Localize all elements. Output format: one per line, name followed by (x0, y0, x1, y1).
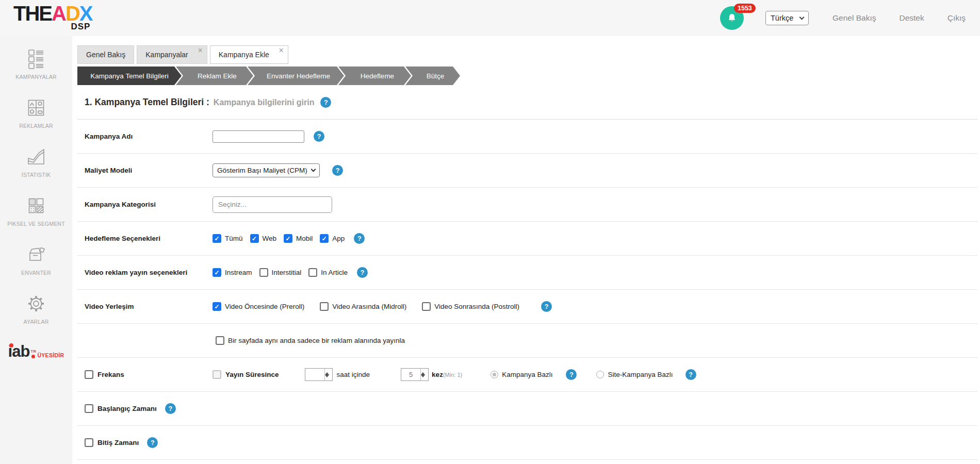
chevron-down-icon (311, 167, 316, 172)
main-content: Genel Bakış Kampanyalar × Kampanya Ekle … (72, 36, 980, 464)
logo-wordmark: THEADX (13, 4, 92, 23)
iab-wordmark: iab (8, 345, 30, 358)
times-stepper[interactable]: 5 (401, 368, 429, 381)
help-icon[interactable]: ? (320, 97, 331, 108)
menu-genel-bakis[interactable]: Genel Bakış (832, 13, 876, 23)
theadx-logo[interactable]: THEADX DSP (13, 4, 92, 32)
language-selected-value: Türkçe (771, 14, 793, 22)
checkbox-single-ad-per-page[interactable] (216, 336, 224, 345)
checkbox-mobil[interactable]: ✓ (284, 234, 292, 243)
iab-period-dot (31, 355, 35, 358)
campaign-name-input[interactable] (213, 130, 304, 143)
targeting-options-label: Hedefleme Seçenekleri (85, 235, 213, 242)
form-row-campaign-name: Kampanya Adı ? (77, 120, 977, 154)
tab-kampanya-ekle[interactable]: Kampanya Ekle × (210, 45, 288, 64)
header-menu: Genel Bakış Destek Çıkış (832, 13, 966, 23)
checkbox-web[interactable]: ✓ (250, 234, 259, 243)
checkbox-tumu[interactable]: ✓ (213, 234, 221, 243)
radio-kampanya-bazli[interactable] (491, 371, 498, 378)
page-subtitle: Kampanya bilgilerini girin (214, 98, 315, 107)
campaign-basic-info-form: 1. Kampanya Temel Bilgileri : Kampanya b… (77, 86, 977, 460)
tab-bar: Genel Bakış Kampanyalar × Kampanya Ekle … (77, 45, 291, 64)
checkbox-interstitial[interactable] (259, 268, 268, 277)
category-input[interactable] (213, 196, 332, 213)
help-icon[interactable]: ? (332, 165, 343, 176)
help-icon[interactable]: ? (685, 369, 696, 380)
sidebar-item-envanter[interactable]: ENVANTER (21, 243, 51, 281)
checkbox-bitis-zamani[interactable] (85, 438, 93, 447)
help-icon[interactable]: ? (147, 437, 158, 448)
radio-site-kampanya-bazli[interactable] (596, 371, 604, 378)
video-placement-label: Video Yerleşim (85, 303, 213, 310)
campaign-wizard-steps: Kampanya Temel Bilgileri Reklam Ekle Env… (77, 67, 460, 85)
form-row-cost-model: Maliyet Modeli Gösterim Başı Maliyet (CP… (77, 154, 977, 188)
notifications-button[interactable]: 1553 (720, 6, 744, 30)
checkbox-instream[interactable]: ✓ (213, 268, 221, 277)
tab-genel-bakis[interactable]: Genel Bakış (77, 45, 134, 64)
page-title: 1. Kampanya Temel Bilgileri : (85, 97, 209, 108)
ads-grid-icon (25, 96, 47, 119)
checkbox-frekans[interactable] (85, 370, 93, 379)
sidebar-item-reklamlar[interactable]: REKLAMLAR (19, 96, 53, 134)
sidebar-label-piksel-ve-segment: PIKSEL VE SEGMENT (7, 221, 65, 227)
sidebar-item-kampanyalar[interactable]: KAMPANYALAR (15, 47, 56, 85)
stepper-arrows[interactable] (324, 369, 332, 380)
form-row-targeting-options: Hedefleme Seçenekleri ✓ Tümü ✓ Web ✓ Mob… (77, 222, 977, 256)
close-icon[interactable]: × (279, 46, 283, 55)
campaign-list-icon (25, 47, 47, 70)
inventory-box-icon (25, 243, 47, 266)
checkbox-in-article[interactable] (308, 268, 317, 277)
menu-destek[interactable]: Destek (899, 13, 924, 23)
hours-stepper[interactable] (305, 368, 333, 381)
cost-model-select[interactable]: Gösterim Başı Maliyet (CPM) (213, 163, 320, 177)
checkbox-yayin-suresince[interactable] (213, 370, 221, 379)
chevron-down-icon (799, 14, 805, 20)
checkbox-midroll[interactable] (320, 302, 329, 311)
video-delivery-label: Video reklam yayın seçenekleri (85, 269, 213, 276)
cost-model-label: Maliyet Modeli (85, 167, 213, 174)
pixel-segment-icon (25, 194, 47, 217)
tab-kampanyalar[interactable]: Kampanyalar × (137, 45, 207, 64)
help-icon[interactable]: ? (541, 301, 552, 312)
wizard-step-kampanya-temel-bilgileri[interactable]: Kampanya Temel Bilgileri (77, 67, 182, 85)
wizard-step-butce[interactable]: Bütçe (405, 67, 460, 85)
gear-icon (25, 292, 47, 315)
help-icon[interactable]: ? (357, 267, 368, 278)
help-icon[interactable]: ? (314, 131, 324, 142)
category-label: Kampanya Kategorisi (85, 201, 213, 208)
sidebar-label-istatistik: İSTATISTIK (22, 172, 51, 178)
top-header: THEADX DSP 1553 Türkçe Genel Bakış Deste… (0, 0, 980, 36)
logo-the: THE (13, 2, 52, 25)
checkbox-baslangic-zamani[interactable] (85, 404, 93, 413)
wizard-step-envanter-hedefleme[interactable]: Envanter Hedefleme (248, 67, 344, 85)
checkbox-app[interactable]: ✓ (320, 234, 329, 243)
sidebar-item-piksel-ve-segment[interactable]: PIKSEL VE SEGMENT (7, 194, 65, 232)
help-icon[interactable]: ? (354, 233, 365, 244)
sidebar-label-reklamlar: REKLAMLAR (19, 123, 53, 129)
sidebar-item-ayarlar[interactable]: AYARLAR (24, 292, 49, 330)
wizard-step-hedefleme[interactable]: Hedefleme (338, 67, 411, 85)
iab-tr-membership-logo: iab TR ÜYESİDİR (8, 345, 64, 358)
form-row-end-time: Bitiş Zamanı ? (77, 426, 977, 460)
sidebar-label-ayarlar: AYARLAR (24, 319, 49, 325)
help-icon[interactable]: ? (165, 403, 176, 414)
checkbox-preroll[interactable]: ✓ (213, 302, 221, 311)
iab-tr-block: TR (30, 349, 36, 358)
form-row-single-ad-per-page: Bir sayfada aynı anda sadece bir reklam … (77, 324, 977, 358)
wizard-step-reklam-ekle[interactable]: Reklam Ekle (176, 67, 253, 85)
sidebar-label-envanter: ENVANTER (21, 270, 51, 276)
language-select[interactable]: Türkçe (765, 11, 809, 25)
checkbox-postroll[interactable] (422, 302, 431, 311)
bell-icon (726, 12, 738, 24)
help-icon[interactable]: ? (566, 369, 577, 380)
form-row-video-placement: Video Yerleşim ✓ Video Öncesinde (Prerol… (77, 290, 977, 324)
form-row-frequency: Frekans Yayın Süresince saat içinde 5 ke… (77, 358, 977, 392)
notification-badge: 1553 (734, 4, 756, 13)
menu-cikis[interactable]: Çıkış (948, 13, 966, 23)
sidebar-item-istatistik[interactable]: İSTATISTIK (22, 145, 51, 183)
iab-red-dot (9, 343, 13, 347)
stepper-arrows[interactable] (420, 369, 428, 380)
iab-member-text: ÜYESİDİR (37, 352, 64, 358)
campaign-name-label: Kampanya Adı (85, 132, 213, 140)
close-icon[interactable]: × (198, 46, 202, 55)
